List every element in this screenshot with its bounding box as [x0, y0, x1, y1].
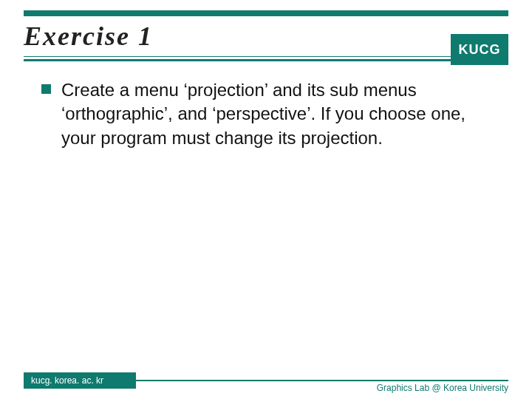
footer-rule	[136, 380, 508, 381]
logo-box: KUCG	[451, 34, 508, 65]
header-top-bar	[24, 10, 508, 16]
body-area: Create a menu ‘projection’ and its sub m…	[41, 78, 497, 150]
bullet-text: Create a menu ‘projection’ and its sub m…	[61, 78, 497, 150]
square-bullet-icon	[41, 84, 51, 94]
slide: Exercise 1 KUCG Create a menu ‘projectio…	[0, 0, 532, 399]
footer-credit: Graphics Lab @ Korea University	[377, 383, 508, 393]
title-underline	[24, 56, 508, 61]
thin-rule	[24, 56, 508, 57]
footer-url: kucg. korea. ac. kr	[31, 375, 103, 386]
page-title: Exercise 1	[24, 21, 508, 52]
list-item: Create a menu ‘projection’ and its sub m…	[41, 78, 497, 150]
thick-rule	[24, 59, 508, 61]
footer-left-box: kucg. korea. ac. kr	[24, 372, 136, 389]
logo-text: KUCG	[459, 42, 501, 58]
title-wrap: Exercise 1	[24, 21, 508, 52]
